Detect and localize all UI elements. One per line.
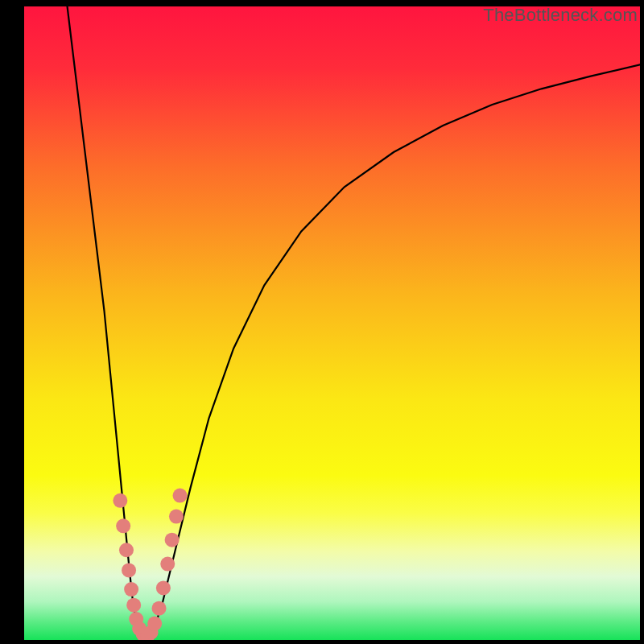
marker-dot [122, 563, 136, 577]
marker-dot [156, 580, 171, 595]
watermark-text: TheBottleneck.com [483, 5, 638, 26]
chart-frame: TheBottleneck.com [0, 0, 644, 644]
chart-background [24, 6, 640, 640]
marker-dot [169, 510, 184, 524]
marker-dot [147, 617, 162, 631]
marker-dot [124, 582, 138, 597]
marker-dot [152, 601, 167, 616]
marker-dot [165, 533, 180, 547]
marker-dot [126, 598, 141, 613]
chart-plot [24, 6, 640, 640]
marker-dot [173, 489, 188, 503]
marker-dot [160, 557, 175, 572]
marker-dot [116, 518, 130, 533]
marker-dot [113, 493, 127, 508]
marker-dot [119, 543, 134, 557]
